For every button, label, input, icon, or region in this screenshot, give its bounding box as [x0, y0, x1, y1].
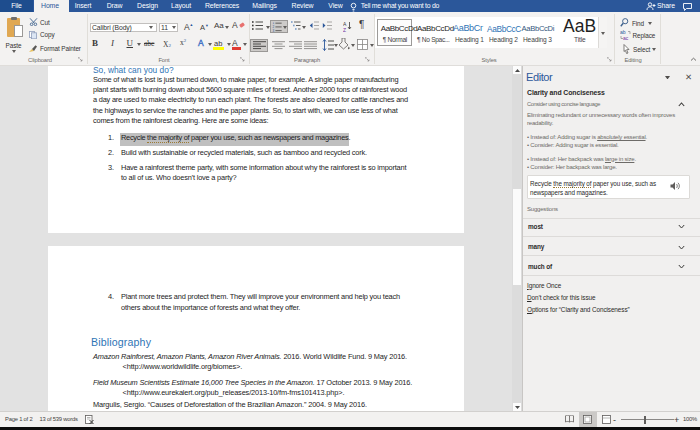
svg-text:3: 3	[273, 28, 275, 31]
svg-text:ac: ac	[623, 35, 629, 40]
svg-text:Z: Z	[343, 26, 346, 32]
